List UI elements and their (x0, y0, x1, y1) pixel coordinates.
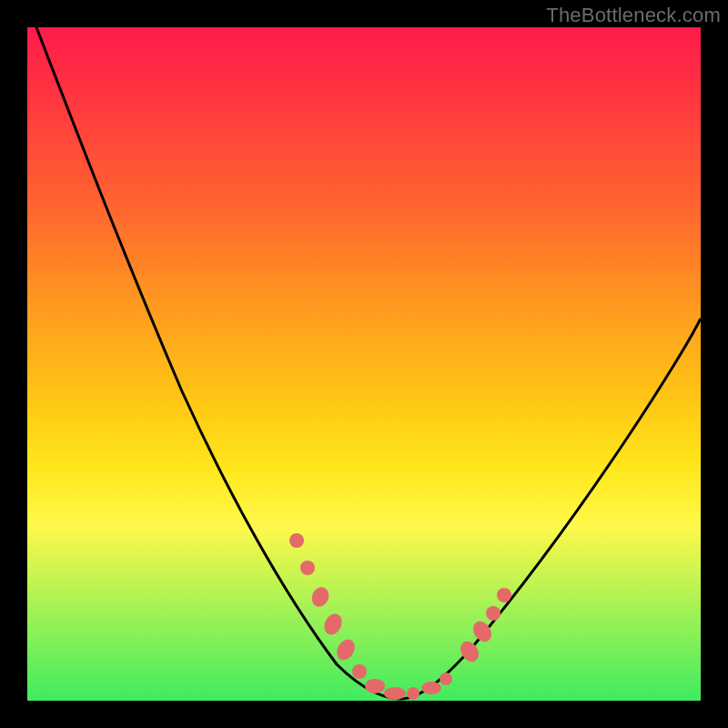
svg-point-13 (486, 606, 500, 621)
curve-layer (27, 27, 701, 701)
svg-point-5 (352, 664, 367, 679)
svg-point-9 (421, 682, 441, 694)
svg-point-14 (497, 588, 511, 602)
chart-frame: TheBottleneck.com (0, 0, 728, 728)
svg-point-8 (407, 687, 420, 700)
dotted-overlay (289, 533, 511, 700)
svg-point-10 (440, 672, 452, 685)
plot-area (27, 27, 701, 701)
watermark-text: TheBottleneck.com (546, 4, 721, 27)
svg-point-2 (308, 584, 331, 609)
svg-point-0 (289, 533, 304, 548)
svg-point-1 (300, 561, 315, 575)
left-curve (36, 27, 400, 699)
svg-point-3 (321, 611, 346, 637)
right-curve (400, 318, 701, 699)
svg-point-6 (365, 679, 385, 693)
svg-point-7 (384, 687, 406, 700)
svg-point-4 (333, 636, 359, 663)
